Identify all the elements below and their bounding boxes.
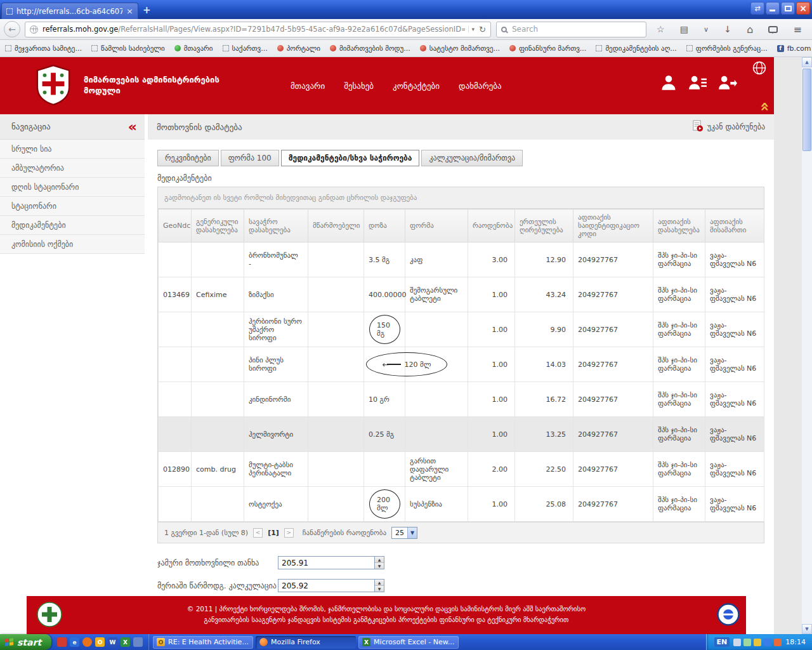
downloads-icon[interactable]: ↓ — [724, 24, 731, 34]
column-header[interactable]: დოზა — [364, 209, 405, 242]
sidebar-item[interactable]: დღის სტაციონარი — [0, 178, 145, 197]
spin-down-icon[interactable]: ▼ — [375, 563, 384, 569]
table-row[interactable]: ოსტეოქეა200 მლსუსპენზია1.0025.0820492776… — [159, 487, 764, 522]
bookmark-item[interactable]: ფინანსური მართვ... — [509, 44, 586, 53]
total-requested-input[interactable]: 205.91 ▲▼ — [278, 556, 384, 569]
logout-icon[interactable] — [718, 74, 737, 94]
tab-close-icon[interactable]: × — [126, 6, 133, 16]
sidebar-item[interactable]: კომისიის ოქმები — [0, 235, 145, 254]
column-header[interactable]: ერთეულის ღირებულება — [515, 209, 573, 242]
language-indicator[interactable]: EN — [714, 637, 730, 647]
header-nav-item-0[interactable]: მთავარი — [291, 81, 325, 91]
column-header[interactable]: აფთიაქის მისამართი — [705, 209, 764, 242]
column-header[interactable]: სავაჭრო დასახელება — [244, 209, 308, 242]
tab-0[interactable]: რეკვიზიტები — [157, 150, 219, 166]
user-profile-icon[interactable] — [660, 74, 678, 94]
bookmarks-menu-icon[interactable]: ▤ — [680, 24, 688, 34]
bookmark-item[interactable]: მთავარი — [174, 44, 213, 53]
minimize-button[interactable] — [766, 2, 780, 15]
header-nav-item-3[interactable]: დახმარება — [459, 81, 502, 91]
scroll-top-chevrons-icon[interactable]: « — [757, 102, 773, 112]
table-row[interactable]: ჰერბიონი სურო უშაქრო სიროფი150 მგ1.009.9… — [159, 312, 764, 347]
column-header[interactable]: აფთიაქის დასახელება — [653, 209, 705, 242]
bookmark-star-icon[interactable]: ☆ — [657, 24, 665, 34]
sidebar-item[interactable]: ამბულატორია — [0, 159, 145, 178]
close-button[interactable]: × — [796, 2, 810, 15]
sidebar-item[interactable]: მედიკამენტები — [0, 216, 145, 235]
bookmark-item[interactable]: პორტალი — [277, 44, 320, 53]
user-list-icon[interactable] — [688, 74, 707, 94]
url-bar[interactable]: referrals.moh.gov.ge /ReferralsHall/Page… — [25, 22, 491, 37]
scroll-down-icon[interactable]: ▼ — [802, 624, 812, 634]
messenger-tray-icon[interactable] — [774, 639, 782, 646]
tab-groups-button[interactable]: ⇄ — [750, 2, 764, 15]
bookmark-item[interactable]: სატესტო მიმართვე... — [420, 44, 500, 53]
tab-2[interactable]: მედიკამენტები/სხვა საჭიროება — [281, 150, 420, 166]
table-row[interactable]: 012890comb. drugმულტი-ტაბსი პერინატალიგა… — [159, 452, 764, 487]
home-icon[interactable]: ⌂ — [747, 23, 753, 36]
reload-icon[interactable]: ↻ — [478, 25, 486, 34]
column-header[interactable]: მწარმოებელი — [308, 209, 364, 242]
spin-down-icon[interactable]: ▼ — [375, 586, 384, 592]
vertical-scrollbar[interactable]: ▲ ▼ — [802, 57, 812, 634]
new-tab-button[interactable]: + — [143, 4, 151, 16]
sidebar-item[interactable]: სრული სია — [0, 140, 145, 159]
table-row[interactable]: კინდინორმი10 გრ1.0016.72204927767შპს ჯი-… — [159, 382, 764, 417]
sidebar-collapse-icon[interactable]: « — [128, 120, 137, 134]
table-row[interactable]: ბრონხომუნალ -3.5 მგკაფ3.0012.90204927767… — [159, 242, 764, 277]
table-row[interactable]: ჰელმივორტი0.25 მგ1.0013.25204927767შპს ჯ… — [159, 417, 764, 452]
network-icon[interactable] — [743, 639, 751, 646]
bookmark-item[interactable]: წამლის საძიებელი — [91, 44, 165, 53]
search-bar[interactable]: Search — [496, 22, 646, 37]
table-row[interactable]: 013469Cefiximeზიმაქსი400.00000შემოგარსულ… — [159, 277, 764, 312]
scroll-up-icon[interactable]: ▲ — [802, 57, 812, 67]
bookmark-item[interactable]: ffb.com — [777, 44, 811, 53]
page-size-select[interactable]: 25 ▼ — [391, 527, 417, 539]
taskbar-task[interactable]: ORE: E Health Activitie... — [153, 636, 253, 649]
back-button[interactable]: ← — [4, 21, 20, 37]
show-desktop-icon[interactable] — [133, 637, 143, 647]
scrollbar-thumb[interactable] — [802, 69, 811, 151]
menu-icon[interactable]: ≡ — [794, 23, 802, 36]
pager-next-button[interactable]: > — [284, 528, 294, 538]
pocket-icon[interactable]: ∨ — [704, 25, 709, 34]
internet-explorer-icon[interactable]: e — [70, 637, 79, 647]
pager-prev-button[interactable]: < — [253, 528, 263, 538]
tab-3[interactable]: კალკულაცია/მიმართვა — [421, 150, 523, 166]
chat-bubble-icon[interactable] — [768, 26, 778, 33]
firefox-icon[interactable] — [82, 637, 92, 647]
taskbar-task[interactable]: XMicrosoft Excel - New... — [358, 636, 459, 649]
column-header[interactable]: GeoNdc — [159, 209, 192, 242]
mayor-calc-input[interactable]: 205.92 ▲▼ — [278, 579, 384, 592]
antivirus-shield-icon[interactable] — [754, 639, 761, 646]
column-header[interactable]: გენერიკული დასახელება — [192, 209, 244, 242]
header-nav-item-1[interactable]: შესახებ — [344, 81, 374, 91]
pager-current-page[interactable]: [1] — [268, 529, 279, 537]
back-to-list-button[interactable]: უკან დაბრუნება — [691, 120, 765, 134]
windows-update-icon[interactable] — [764, 639, 771, 646]
browser-tab[interactable]: http://referrals...6cb-a64c6078eb1a × — [1, 3, 138, 19]
bookmark-item[interactable]: მეჯვარითა სამიტე... — [5, 44, 82, 53]
maximize-button[interactable] — [781, 2, 795, 15]
bookmark-item[interactable]: მიმართვების მოდუ... — [330, 44, 410, 53]
outlook-icon[interactable]: O — [95, 637, 105, 647]
table-row[interactable]: პინი პლუს სიროფი←120 მლ1.0014.0320492776… — [159, 347, 764, 382]
column-header[interactable]: რაოდენობა — [468, 209, 515, 242]
bookmark-item[interactable]: საქართვ... — [223, 44, 268, 53]
excel-icon[interactable]: X — [121, 637, 130, 647]
url-dropdown-icon[interactable]: ▾ — [468, 26, 478, 32]
messenger-icon[interactable] — [57, 637, 67, 647]
column-header[interactable]: აფთიაქის საიდენტიფიკაციო კოდი — [573, 209, 653, 242]
column-header[interactable]: ფორმა — [405, 209, 468, 242]
word-icon[interactable]: W — [108, 637, 117, 647]
spin-up-icon[interactable]: ▲ — [375, 580, 384, 586]
bookmark-item[interactable]: ფორმების გენერაც... — [686, 44, 768, 53]
start-button[interactable]: start — [0, 634, 51, 650]
tab-1[interactable]: ფორმა 100 — [221, 150, 279, 166]
bookmark-item[interactable]: მედიკამენტების აღ... — [596, 44, 676, 53]
header-nav-item-2[interactable]: კონტაქტები — [393, 81, 440, 91]
language-globe-icon[interactable] — [752, 61, 766, 77]
taskbar-task[interactable]: Mozilla Firefox — [256, 636, 356, 649]
sidebar-item[interactable]: სტაციონარი — [0, 197, 145, 216]
spin-up-icon[interactable]: ▲ — [375, 557, 384, 563]
